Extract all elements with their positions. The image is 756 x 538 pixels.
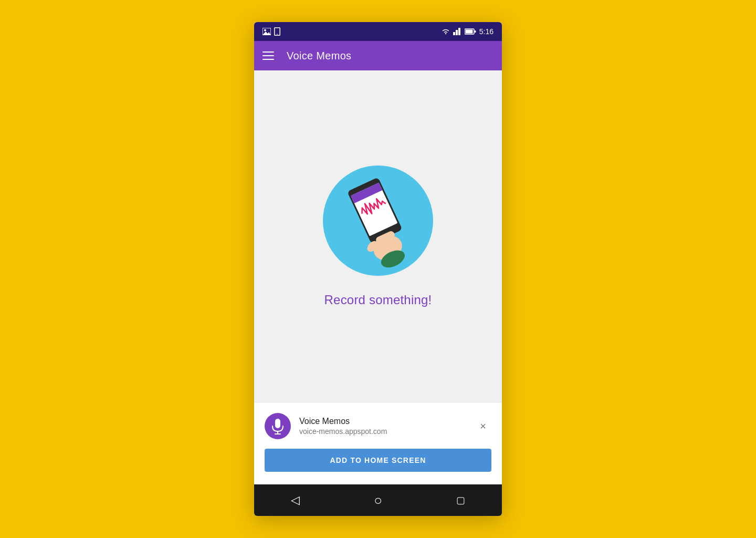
nav-bar: ◁ ○ ▢ — [254, 484, 502, 516]
bottom-sheet-header: Voice Memos voice-memos.appspot.com × — [265, 413, 491, 439]
svg-point-5 — [445, 33, 446, 34]
svg-rect-21 — [275, 419, 280, 428]
svg-point-4 — [277, 34, 278, 35]
app-url-label: voice-memos.appspot.com — [299, 427, 475, 436]
hamburger-menu-icon[interactable] — [262, 51, 274, 60]
illustration-circle — [323, 165, 433, 276]
status-bar-left-icons — [262, 27, 280, 36]
record-something-text: Record something! — [324, 293, 432, 307]
svg-rect-11 — [474, 30, 476, 33]
recents-button[interactable]: ▢ — [447, 487, 474, 513]
bottom-sheet: Voice Memos voice-memos.appspot.com × AD… — [254, 402, 502, 484]
phone-hand-illustration — [336, 173, 420, 268]
app-name-label: Voice Memos — [299, 417, 475, 426]
battery-icon — [465, 28, 476, 35]
home-button[interactable]: ○ — [365, 487, 391, 513]
phone-frame: 5:16 Voice Memos — [254, 22, 502, 516]
microphone-icon — [270, 418, 285, 434]
add-to-home-screen-button[interactable]: ADD TO HOME SCREEN — [265, 449, 491, 472]
svg-marker-7 — [456, 30, 458, 35]
main-content: Record something! — [254, 70, 502, 402]
app-icon-circle — [265, 413, 291, 439]
svg-point-1 — [264, 29, 266, 32]
back-button[interactable]: ◁ — [282, 487, 309, 513]
close-button[interactable]: × — [475, 418, 491, 434]
app-info: Voice Memos voice-memos.appspot.com — [299, 417, 475, 436]
svg-rect-10 — [465, 30, 472, 34]
wifi-icon — [442, 28, 450, 35]
image-status-icon — [262, 28, 271, 35]
status-bar: 5:16 — [254, 22, 502, 41]
toolbar-title: Voice Memos — [287, 50, 351, 62]
status-time: 5:16 — [479, 27, 494, 36]
svg-marker-6 — [453, 32, 455, 35]
app-toolbar: Voice Memos — [254, 41, 502, 70]
tablet-status-icon — [274, 27, 280, 36]
status-right-icons: 5:16 — [442, 27, 494, 36]
svg-marker-8 — [458, 28, 460, 35]
svg-marker-2 — [262, 32, 271, 35]
signal-icon — [453, 28, 461, 35]
